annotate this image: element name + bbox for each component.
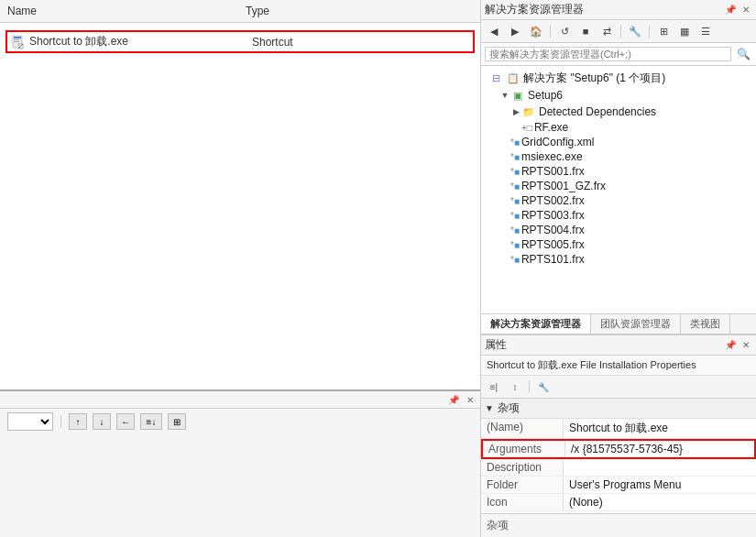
tree-rpts001[interactable]: *■ RPTS001.frx <box>481 164 756 179</box>
forward-button[interactable]: ▶ <box>506 22 524 40</box>
left-panel: Name Type Sho <box>0 0 481 537</box>
props-row-name[interactable]: (Name) Shortcut to 卸载.exe <box>481 419 756 439</box>
close-solution-button[interactable]: ✕ <box>740 4 752 16</box>
props-value-icon: (None) <box>564 494 756 510</box>
tree-rpts101[interactable]: *■ RPTS101.frx <box>481 252 756 267</box>
expand-arrow-deps[interactable]: ▶ <box>510 106 521 117</box>
r4-label: RPTS004.frx <box>521 224 585 236</box>
section-label: 杂项 <box>498 400 520 416</box>
settings-button[interactable]: 🔧 <box>626 22 644 40</box>
refresh-button[interactable]: ↺ <box>555 22 574 40</box>
tab-solution-explorer[interactable]: 解决方案资源管理器 <box>481 314 591 334</box>
props-settings-button[interactable]: 🔧 <box>534 378 553 395</box>
r101-prefix: *■ <box>510 255 520 265</box>
gc-prefix: *■ <box>510 137 520 148</box>
props-row-icon[interactable]: Icon (None) <box>481 494 756 511</box>
tree-view[interactable]: ⊟ 📋 解决方案 "Setup6" (1 个项目) ▼ ▣ Setup6 ▶ 📁 <box>481 66 756 313</box>
new-solution-button[interactable]: ⊞ <box>654 22 673 40</box>
divider-2 <box>550 25 551 38</box>
panel-tabs: 解决方案资源管理器 团队资源管理器 类视图 <box>481 313 756 334</box>
tree-solution-root[interactable]: ⊟ 📋 解决方案 "Setup6" (1 个项目) <box>481 70 756 87</box>
pin-props-button[interactable]: 📌 <box>724 339 737 352</box>
props-row-arguments[interactable]: Arguments /x {81575537-5736-45} <box>481 439 756 459</box>
properties-titlebar: 属性 📌 ✕ <box>481 335 756 356</box>
move-left-button[interactable]: ← <box>116 413 135 430</box>
tree-detected-deps[interactable]: ▶ 📁 Detected Dependencies <box>481 104 756 120</box>
home-button[interactable]: 🏠 <box>527 22 545 40</box>
props-alpha-button[interactable]: ↕ <box>506 378 524 395</box>
sort-button[interactable]: ≡↓ <box>140 413 162 430</box>
search-input[interactable] <box>485 47 731 61</box>
tree-msiexec[interactable]: *■ msiexec.exe <box>481 149 756 164</box>
dropdown-select[interactable] <box>7 412 53 431</box>
tree-rpts004[interactable]: *■ RPTS004.frx <box>481 223 756 237</box>
bottom-toolbar: ↑ ↓ ← ≡↓ ⊞ <box>0 409 480 434</box>
list-view-button[interactable]: ☰ <box>696 22 715 40</box>
r3-prefix: *■ <box>510 211 520 221</box>
divider-5 <box>529 380 530 393</box>
left-bottom-area: 📌 ✕ ↑ ↓ ← ≡↓ ⊞ <box>0 390 480 537</box>
close-props-button[interactable]: ✕ <box>740 339 752 352</box>
section-collapse-icon[interactable]: ▼ <box>485 403 494 413</box>
rf-prefix: +□ <box>521 123 532 133</box>
back-button[interactable]: ◀ <box>485 22 503 40</box>
expand-arrow-setup6[interactable]: ▼ <box>499 90 510 101</box>
gc-label: GridConfig.xml <box>521 136 594 148</box>
move-down-button[interactable]: ↓ <box>93 413 111 430</box>
svg-rect-3 <box>14 41 19 42</box>
solution-explorer-titlebar: 解决方案资源管理器 📌 ✕ <box>481 0 756 20</box>
bottom-header: 📌 ✕ <box>0 391 480 409</box>
tree-rpts001gz[interactable]: *■ RPTS001_GZ.frx <box>481 179 756 193</box>
search-button[interactable]: 🔍 <box>734 45 752 63</box>
r2-prefix: *■ <box>510 196 520 206</box>
divider-3 <box>620 25 621 38</box>
grid-view-button[interactable]: ▦ <box>675 22 694 40</box>
col-header-type: Type <box>238 3 480 19</box>
close-bottom-button[interactable]: ✕ <box>464 393 477 406</box>
folder-icon: 📁 <box>521 104 536 119</box>
shortcut-icon <box>11 35 26 49</box>
tree-gridconfig[interactable]: *■ GridConfig.xml <box>481 135 756 149</box>
stop-button[interactable]: ■ <box>576 22 595 40</box>
rf-label: RF.exe <box>534 121 568 134</box>
sync-button[interactable]: ⇄ <box>597 22 616 40</box>
props-table: ▼ 杂项 (Name) Shortcut to 卸载.exe Arguments… <box>481 399 756 513</box>
grid-button[interactable]: ⊞ <box>168 413 186 430</box>
props-row-description[interactable]: Description <box>481 459 756 477</box>
props-categorized-button[interactable]: ≡| <box>485 378 503 395</box>
file-list-area: Name Type Sho <box>0 0 480 390</box>
main-container: Name Type Sho <box>0 0 756 537</box>
tab-class-view[interactable]: 类视图 <box>681 314 730 334</box>
r101-label: RPTS101.frx <box>521 253 585 266</box>
props-subtitle: Shortcut to 卸载.exe File Installation Pro… <box>481 356 756 376</box>
tree-project-setup6[interactable]: ▼ ▣ Setup6 <box>481 87 756 104</box>
col-header-name: Name <box>0 3 238 19</box>
tab-team-explorer[interactable]: 团队资源管理器 <box>591 314 681 334</box>
props-value-arguments: /x {81575537-5736-45} <box>565 441 754 457</box>
props-row-folder[interactable]: Folder User's Programs Menu <box>481 477 756 494</box>
props-key-name: (Name) <box>481 419 564 438</box>
deps-label: Detected Dependencies <box>539 105 656 118</box>
tree-rpts003[interactable]: *■ RPTS003.frx <box>481 208 756 223</box>
props-value-description <box>564 459 756 476</box>
pin-solution-button[interactable]: 📌 <box>724 4 737 16</box>
props-key-folder: Folder <box>481 477 564 493</box>
tree-rf-exe[interactable]: +□ RF.exe <box>481 120 756 135</box>
props-footer: 杂项 <box>481 513 756 537</box>
r2-label: RPTS002.frx <box>521 194 585 207</box>
solution-label: 解决方案 "Setup6" (1 个项目) <box>523 71 665 86</box>
props-controls: 📌 ✕ <box>724 339 752 352</box>
props-key-arguments: Arguments <box>483 441 565 457</box>
r5-prefix: *■ <box>510 240 520 250</box>
tree-rpts002[interactable]: *■ RPTS002.frx <box>481 193 756 208</box>
properties-panel: 属性 📌 ✕ Shortcut to 卸载.exe File Installat… <box>481 335 756 537</box>
r1-label: RPTS001.frx <box>521 165 585 178</box>
file-table-body: Shortcut to 卸载.exe Shortcut <box>0 23 480 60</box>
move-up-button[interactable]: ↑ <box>69 413 87 430</box>
solution-explorer: 解决方案资源管理器 📌 ✕ ◀ ▶ 🏠 ↺ ■ ⇄ 🔧 ⊞ ▦ <box>481 0 756 335</box>
tree-rpts005[interactable]: *■ RPTS005.frx <box>481 237 756 252</box>
r1-prefix: *■ <box>510 167 520 177</box>
pin-button[interactable]: 📌 <box>447 393 460 406</box>
svg-rect-1 <box>14 37 21 38</box>
file-row[interactable]: Shortcut to 卸载.exe Shortcut <box>5 30 475 53</box>
